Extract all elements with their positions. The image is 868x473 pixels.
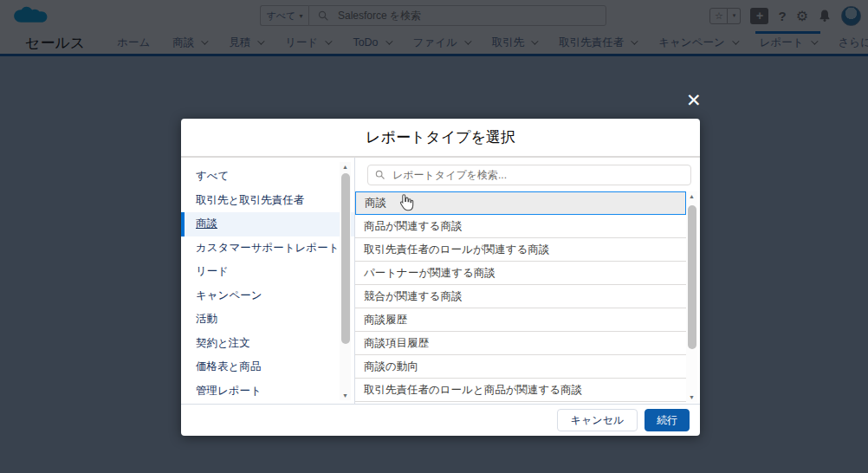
- report-type-search-box: [367, 165, 691, 185]
- report-type-row[interactable]: 競合が関連する商談: [355, 285, 686, 308]
- category-activities[interactable]: 活動: [181, 308, 354, 332]
- modal-close-icon[interactable]: ✕: [686, 91, 702, 109]
- list-scrollbar[interactable]: ▲ ▼: [686, 191, 697, 402]
- modal-body: すべて 取引先と取引先責任者 商談 カスタマーサポートレポート リード キャンペ…: [181, 158, 700, 404]
- category-pricebooks-products[interactable]: 価格表と商品: [181, 355, 354, 379]
- category-sidebar: すべて 取引先と取引先責任者 商談 カスタマーサポートレポート リード キャンペ…: [181, 158, 355, 404]
- category-campaigns[interactable]: キャンペーン: [181, 284, 354, 308]
- category-all[interactable]: すべて: [181, 165, 354, 189]
- report-type-row[interactable]: パートナーが関連する商談: [355, 262, 686, 285]
- report-type-row[interactable]: 取引先責任者のロールが関連する商談: [355, 238, 686, 262]
- sidebar-scrollbar[interactable]: ▲ ▼: [340, 162, 351, 400]
- category-customer-support[interactable]: カスタマーサポートレポート: [181, 236, 354, 261]
- report-type-search-input[interactable]: [392, 169, 690, 181]
- report-type-modal: レポートタイプを選択 すべて 取引先と取引先責任者 商談 カスタマーサポートレポ…: [181, 119, 700, 436]
- report-type-row[interactable]: 商談の動向: [355, 355, 686, 379]
- category-contracts-orders[interactable]: 契約と注文: [181, 332, 354, 356]
- search-icon: [375, 170, 385, 180]
- scroll-up-icon[interactable]: ▲: [340, 162, 351, 172]
- scrollbar-thumb[interactable]: [341, 173, 350, 344]
- modal-footer: キャンセル 続行: [181, 404, 700, 436]
- category-leads[interactable]: リード: [181, 260, 354, 284]
- report-type-row[interactable]: 商品が関連する商談: [355, 215, 686, 238]
- report-type-list-panel: 商談 商品が関連する商談 取引先責任者のロールが関連する商談 パートナーが関連す…: [355, 158, 700, 404]
- continue-button[interactable]: 続行: [645, 409, 690, 431]
- modal-header: レポートタイプを選択: [181, 119, 700, 158]
- scroll-down-icon[interactable]: ▼: [686, 392, 697, 402]
- report-type-row[interactable]: 商談項目履歴: [355, 332, 686, 355]
- modal-title: レポートタイプを選択: [366, 127, 515, 147]
- screen: すべて ▾ ☆ ▾ + ? ⚙ セールス ホーム 商談 見積: [0, 0, 868, 473]
- scrollbar-thumb[interactable]: [688, 205, 696, 349]
- scroll-down-icon[interactable]: ▼: [340, 391, 351, 400]
- report-type-row-opportunities[interactable]: 商談: [355, 191, 686, 215]
- report-type-row[interactable]: 取引先責任者のロールと商品が関連する商談: [355, 379, 686, 402]
- scroll-up-icon[interactable]: ▲: [686, 191, 697, 201]
- report-type-row[interactable]: 商談履歴: [355, 308, 686, 332]
- category-opportunities[interactable]: 商談: [181, 212, 354, 236]
- report-type-list: 商談 商品が関連する商談 取引先責任者のロールが関連する商談 パートナーが関連す…: [355, 191, 686, 402]
- category-admin-reports[interactable]: 管理レポート: [181, 379, 354, 404]
- category-accounts-contacts[interactable]: 取引先と取引先責任者: [181, 189, 354, 213]
- cancel-button[interactable]: キャンセル: [557, 409, 638, 431]
